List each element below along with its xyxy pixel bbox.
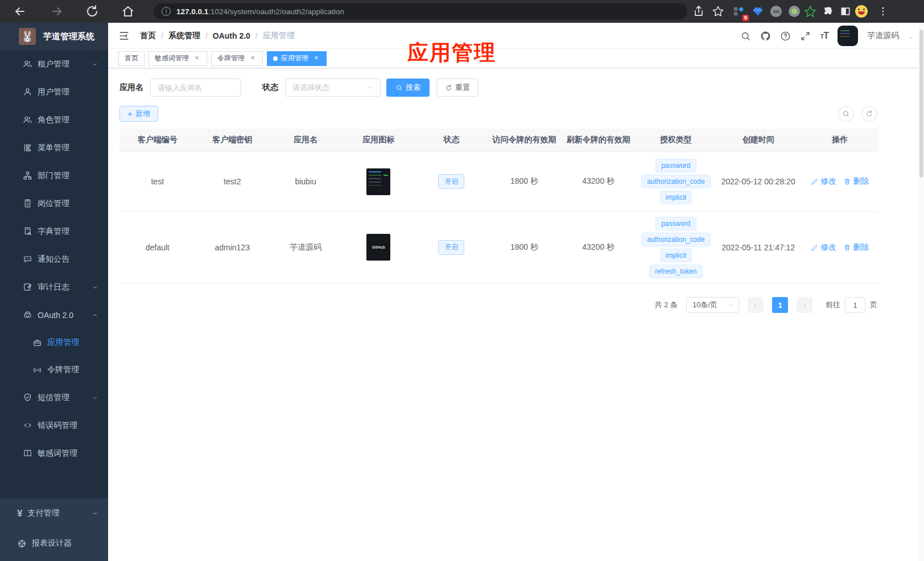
cell-created-time: 2022-05-12 00:28:20 [716, 177, 801, 186]
delete-link[interactable]: 删除 [843, 242, 869, 253]
browser-reload-button[interactable] [85, 5, 99, 18]
search-icon [842, 110, 850, 118]
sidebar-item-user[interactable]: 用户管理 [0, 78, 108, 106]
status-select[interactable]: 请选择状态 [285, 79, 381, 97]
page-number-1[interactable]: 1 [772, 297, 788, 313]
goto-page-input[interactable] [845, 297, 865, 313]
sidebar-item-sensitive-word[interactable]: 敏感词管理 [0, 439, 108, 467]
extension-record-icon[interactable] [787, 5, 801, 18]
font-size-icon[interactable]: TT [820, 31, 828, 41]
breadcrumb-oauth[interactable]: OAuth 2.0 [213, 31, 250, 40]
breadcrumb-system[interactable]: 系统管理 [168, 31, 200, 41]
user-name[interactable]: 芋道源码 [867, 31, 899, 41]
plus-icon: + [127, 110, 133, 118]
reset-button[interactable]: 重置 [436, 79, 478, 97]
sidebar-item-dict[interactable]: 字典管理 [0, 217, 108, 245]
sidebar-item-oauth-token[interactable]: 令牌管理 [0, 356, 108, 383]
dictionary-icon [23, 226, 32, 236]
sidebar-toggle-icon[interactable] [118, 30, 130, 42]
app-name-input[interactable] [150, 79, 241, 97]
refresh-table-button[interactable] [861, 106, 877, 122]
next-page-button[interactable] [797, 297, 812, 313]
sidebar-item-sms[interactable]: 短信管理 [0, 383, 108, 411]
active-dot [273, 56, 278, 61]
sidebar-item-role[interactable]: 角色管理 [0, 106, 108, 134]
close-icon[interactable]: × [249, 55, 257, 63]
share-icon[interactable] [692, 5, 706, 18]
extension-tabs-icon[interactable]: 9 [732, 5, 745, 18]
shield-check-icon [23, 393, 32, 402]
address-bar[interactable]: i 127.0.0.1:1024/system/oauth2/oauth2/ap… [154, 3, 687, 19]
search-button[interactable]: 搜索 [386, 79, 430, 97]
add-button[interactable]: + 新增 [119, 106, 158, 122]
code-icon [23, 420, 32, 430]
sidebar-item-menu[interactable]: 菜单管理 [0, 134, 108, 162]
sidebar-item-report-designer[interactable]: 报表设计器 [0, 528, 108, 559]
tab-home[interactable]: 首页 [118, 51, 145, 66]
extension-gem-icon[interactable] [751, 5, 765, 18]
page-scrollbar[interactable] [919, 23, 924, 561]
github-icon[interactable] [760, 31, 771, 42]
browser-home-button[interactable] [121, 5, 135, 18]
sidebar-item-dept[interactable]: 部门管理 [0, 162, 108, 189]
tab-sensitive-word[interactable]: 敏感词管理 × [148, 51, 207, 66]
breadcrumb: 首页 / 系统管理 / OAuth 2.0 / 应用管理 [140, 31, 295, 41]
badge-icon [23, 199, 32, 208]
app-icon-image: GitHub [366, 234, 390, 261]
sidebar-item-tenant[interactable]: 租户管理 [0, 50, 108, 78]
cell-refresh-ttl: 43200 秒 [561, 176, 636, 187]
close-icon[interactable]: × [193, 55, 201, 63]
extension-command-icon[interactable] [769, 5, 783, 18]
users-icon [23, 59, 32, 69]
sidebar-item-pay[interactable]: ¥ 支付管理 [0, 498, 108, 528]
site-info-icon[interactable]: i [162, 7, 171, 16]
delete-link[interactable]: 删除 [843, 176, 869, 187]
app-logo[interactable]: 🐰 芋道管理系统 [0, 23, 108, 50]
breadcrumb-current: 应用管理 [263, 31, 295, 41]
prev-page-button[interactable] [748, 297, 764, 313]
tab-token[interactable]: 令牌管理 × [211, 51, 263, 66]
close-icon[interactable]: × [312, 55, 320, 63]
bookmark-star-icon[interactable] [711, 5, 725, 18]
scrollbar-thumb[interactable] [919, 30, 923, 178]
side-panel-icon[interactable] [839, 5, 852, 18]
pagination: 共 2 条 10条/页 1 前往 页 [119, 297, 879, 313]
page-unit-label: 页 [870, 300, 877, 310]
chevron-down-icon [92, 61, 98, 68]
sidebar-item-notice[interactable]: 通知公告 [0, 245, 108, 273]
extension-star-icon[interactable] [803, 5, 817, 18]
browser-back-button[interactable] [13, 5, 27, 18]
user-menu-caret-icon[interactable] [908, 35, 914, 41]
page-size-select[interactable]: 10条/页 [686, 297, 739, 313]
breadcrumb-home[interactable]: 首页 [140, 31, 156, 41]
cell-secret: admin123 [196, 243, 269, 252]
user-avatar[interactable] [838, 26, 858, 46]
grant-type-tag: implicit [660, 249, 692, 262]
status-label: 状态 [262, 82, 278, 93]
fullscreen-icon[interactable] [800, 31, 811, 42]
tab-application[interactable]: 应用管理 × [267, 51, 327, 66]
cell-actions: 修改 删除 [801, 176, 879, 187]
sidebar-item-oauth-application[interactable]: 应用管理 [0, 329, 108, 356]
roles-icon [23, 115, 32, 125]
toggle-search-button[interactable] [838, 106, 854, 122]
sidebar-item-error-code[interactable]: 错误码管理 [0, 411, 108, 439]
browser-forward-button[interactable] [50, 5, 64, 18]
cell-secret: test2 [196, 177, 269, 186]
edit-link[interactable]: 修改 [811, 176, 836, 187]
cell-client-id: test [119, 177, 196, 186]
sidebar-item-post[interactable]: 岗位管理 [0, 189, 108, 217]
sidebar-item-oauth[interactable]: OAuth 2.0 [0, 301, 108, 329]
cell-status: 开启 [415, 174, 488, 189]
profile-avatar-icon[interactable] [855, 5, 868, 18]
cell-app-name: biubiu [269, 177, 342, 186]
breadcrumb-separator: / [255, 31, 258, 40]
edit-link[interactable]: 修改 [811, 242, 836, 253]
browser-menu-icon[interactable] [876, 5, 890, 18]
header-search-icon[interactable] [740, 31, 751, 42]
sidebar-item-audit-log[interactable]: 审计日志 [0, 273, 108, 301]
table-toolbar: + 新增 [119, 106, 879, 122]
grant-type-tag: password [655, 217, 696, 230]
help-icon[interactable] [780, 31, 791, 42]
extensions-puzzle-icon[interactable] [822, 5, 835, 18]
